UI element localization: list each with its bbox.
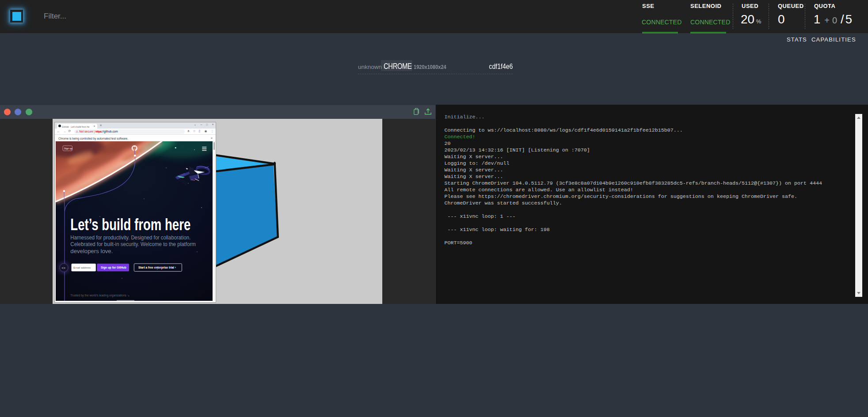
svg-text:<>: <>	[61, 266, 65, 269]
svg-text:developers love.: developers love.	[70, 247, 113, 254]
svg-text:Start a free enterprise trial: Start a free enterprise trial ›	[138, 266, 176, 269]
svg-text:Sign up: Sign up	[64, 147, 72, 149]
svg-text:Harnessed for productivity. De: Harnessed for productivity. Designed for…	[70, 234, 190, 241]
svg-text:Celebrated for built-in securi: Celebrated for built-in security. Welcom…	[70, 241, 196, 247]
svg-text:Trusted by the world’s leading: Trusted by the world’s leading organizat…	[70, 294, 129, 297]
svg-text:Sign up for GitHub: Sign up for GitHub	[101, 266, 126, 269]
svg-text:Email address: Email address	[73, 265, 91, 269]
svg-text:Let’s build from here: Let’s build from here	[70, 215, 190, 233]
